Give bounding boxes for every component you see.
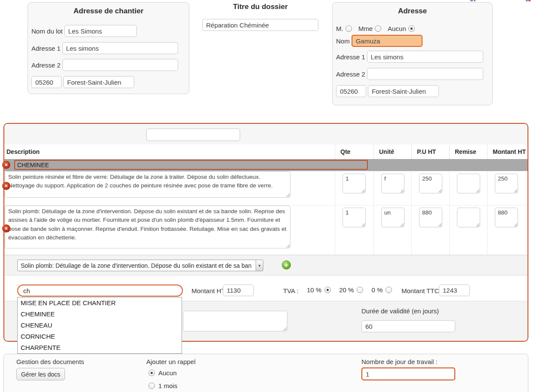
plus-circle-icon (282, 261, 290, 269)
qte-textarea[interactable]: 1 (343, 174, 366, 193)
rappel-1mois-radio[interactable] (148, 383, 155, 389)
client-ville-input[interactable] (368, 85, 439, 97)
montant-ht-cell: 880 (487, 205, 528, 254)
clipped-text-fragment (526, 0, 528, 1)
remise-textarea[interactable] (457, 208, 480, 227)
add-product-button[interactable] (282, 260, 291, 270)
header-montant-ht: Montant HT (487, 144, 528, 159)
tva-0-label: 0 % (371, 286, 383, 294)
qte-textarea[interactable]: 1 (343, 208, 366, 227)
caret-down-icon (256, 260, 263, 271)
gerer-les-docs-button[interactable]: Gérer les docs (16, 368, 65, 380)
chantier-adresse1-input[interactable] (62, 42, 178, 54)
table-search-band (4, 124, 528, 144)
table-row: Solin peinture résinée et fibre de verre… (4, 171, 528, 205)
chantier-code-postal-input[interactable] (31, 76, 62, 88)
dossier-title: Titre du dossier (202, 3, 318, 11)
delete-group-button[interactable] (2, 161, 10, 169)
jours-travail-input[interactable] (361, 368, 455, 380)
footer-panel: Gestion des documents Gérer les docs Ajo… (3, 354, 528, 392)
nom-row: Nom (336, 35, 423, 47)
montant-ht-label: Montant HT (191, 287, 225, 294)
montant-ttc-input[interactable] (439, 285, 470, 296)
table-header-row: Description Qte Unité P.U HT Remise Mont… (4, 144, 528, 159)
autocomplete-item[interactable]: MISE EN PLACE DE CHANTIER (18, 297, 182, 309)
product-select[interactable]: Solin plomb: Détuilage de la zone d'inte… (17, 260, 263, 271)
unite-cell: un (373, 205, 411, 254)
nom-input[interactable] (352, 35, 423, 47)
delete-row-button[interactable] (2, 182, 10, 190)
unite-textarea[interactable]: un (381, 208, 404, 227)
product-select-value: Solin plomb: Détuilage de la zone d'inte… (18, 262, 256, 269)
client-adresse2-row: Adresse 2 (336, 68, 483, 80)
civilite-aucun-radio[interactable] (408, 25, 415, 32)
client-code-postal-input[interactable] (336, 85, 366, 97)
page: Adresse de chantier Nom du lot Adresse 1… (0, 0, 540, 392)
autocomplete-item[interactable]: CHEMINEE (18, 309, 182, 320)
autocomplete-item[interactable]: CHARPENTE (18, 342, 182, 353)
delete-row-button[interactable] (2, 224, 10, 233)
pu-ht-textarea[interactable]: 880 (419, 208, 442, 227)
product-search-input[interactable] (17, 285, 183, 297)
chantier-panel-title: Adresse de chantier (28, 7, 189, 15)
client-cp-ville-row (336, 85, 439, 97)
qte-cell: 1 (335, 205, 373, 254)
group-row (4, 159, 528, 171)
pu-ht-cell: 250 (411, 171, 449, 205)
qte-cell: 1 (335, 171, 373, 205)
x-circle-icon (2, 161, 10, 169)
x-circle-icon (2, 182, 10, 190)
rappel-1mois-label: 1 mois (158, 382, 177, 389)
chantier-adresse2-label: Adresse 2 (31, 61, 61, 69)
tva-label: TVA : (283, 287, 299, 294)
description-textarea[interactable]: Solin peinture résinée et fibre de verre… (5, 171, 290, 198)
chantier-ville-input[interactable] (63, 76, 134, 88)
table-search-input[interactable] (146, 129, 240, 141)
client-adresse2-label: Adresse 2 (336, 70, 365, 78)
civilite-m-label: M. (336, 25, 343, 32)
clipped-text-fragment (470, 0, 473, 1)
montant-ht-textarea[interactable]: 250 (495, 174, 518, 193)
unite-cell: f (373, 171, 411, 205)
dossier-titre-input[interactable] (202, 19, 318, 31)
validite-input[interactable] (361, 320, 455, 332)
client-adresse2-input[interactable] (367, 68, 483, 80)
rappel-aucun-label: Aucun (158, 369, 177, 377)
civilite-mme-radio[interactable] (375, 25, 381, 32)
clipped-text-fragment (528, 0, 531, 1)
tva-20-label: 20 % (339, 286, 354, 294)
pu-ht-textarea[interactable]: 250 (419, 174, 442, 193)
description-textarea[interactable]: Solin plomb: Détuilage de la zone d'inte… (5, 205, 290, 248)
autocomplete-item[interactable]: CHENEAU (18, 320, 182, 331)
nom-du-lot-label: Nom du lot (31, 28, 63, 35)
jours-travail-label: Nombre de jour de travail : (361, 358, 438, 365)
rappel-aucun-radio[interactable] (148, 370, 155, 376)
chantier-adresse2-input[interactable] (62, 59, 178, 71)
client-adresse1-input[interactable] (367, 51, 483, 63)
table-row: Solin plomb: Détuilage de la zone d'inte… (4, 205, 528, 255)
civilite-m-radio[interactable] (346, 25, 352, 32)
tva-0-radio[interactable] (386, 287, 392, 293)
group-title-input[interactable] (14, 160, 368, 170)
autocomplete-item[interactable]: CORNICHE (18, 331, 182, 342)
nom-du-lot-input[interactable] (65, 25, 137, 37)
chantier-cp-ville-row (31, 76, 134, 88)
remise-textarea[interactable] (457, 174, 480, 193)
chantier-panel: Adresse de chantier Nom du lot Adresse 1… (28, 2, 189, 94)
chantier-adresse1-label: Adresse 1 (31, 45, 61, 52)
civilite-aucun-label: Aucun (388, 25, 406, 32)
x-circle-icon (2, 224, 10, 233)
nom-du-lot-row: Nom du lot (31, 25, 137, 37)
tva-radio-group: 10 % 20 % 0 % (307, 286, 397, 294)
chantier-adresse2-row: Adresse 2 (31, 59, 178, 71)
tva-20-radio[interactable] (357, 287, 363, 293)
montant-ht-textarea[interactable]: 880 (495, 208, 518, 227)
montant-ht-input[interactable] (223, 285, 254, 296)
description-cell: Solin peinture résinée et fibre de verre… (4, 171, 335, 205)
unite-textarea[interactable]: f (381, 174, 404, 193)
header-description: Description (4, 144, 335, 159)
client-adresse1-label: Adresse 1 (336, 53, 365, 61)
pu-ht-cell: 880 (411, 205, 449, 254)
tva-10-radio[interactable] (324, 287, 331, 293)
note-textarea[interactable] (183, 311, 287, 331)
